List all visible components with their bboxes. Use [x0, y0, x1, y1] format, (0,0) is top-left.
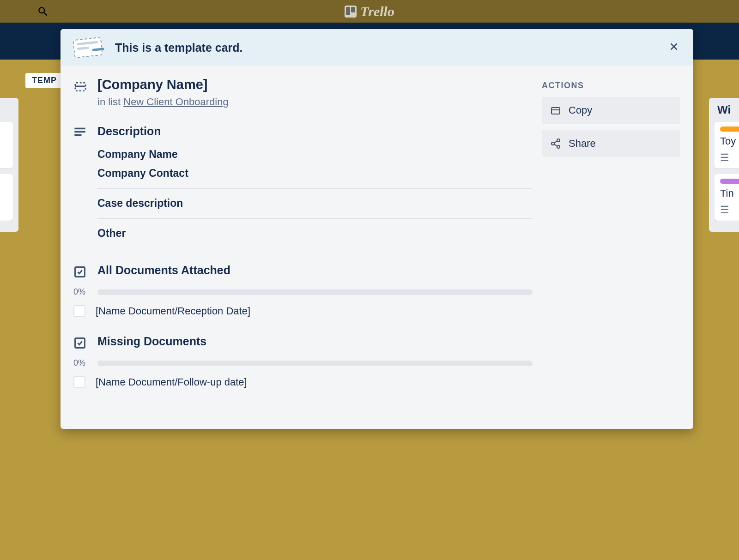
progress-percentage: 0% [73, 287, 91, 297]
checkbox[interactable] [73, 376, 85, 388]
svg-point-11 [557, 145, 560, 148]
actions-heading: ACTIONS [542, 81, 680, 90]
svg-line-13 [554, 144, 557, 146]
template-card-icon [73, 37, 103, 58]
card-title: Toy [720, 135, 739, 147]
svg-rect-7 [551, 108, 560, 114]
progress-percentage: 0% [73, 358, 91, 368]
board-list: Wi Toy ☰ Tin ☰ [709, 98, 739, 232]
description-title: Description [97, 125, 533, 138]
card-title[interactable]: [Company Name] [97, 77, 533, 92]
desc-other: Other [97, 227, 533, 240]
copy-button[interactable]: Copy [542, 97, 680, 124]
close-button[interactable] [665, 37, 683, 56]
svg-line-12 [554, 141, 557, 143]
card-list-info: in list New Client Onboarding [97, 96, 533, 108]
checklist-section: All Documents Attached 0% [Name Document… [73, 264, 533, 317]
card-label-purple [720, 179, 739, 184]
card-header: [Company Name] in list New Client Onboar… [73, 77, 533, 108]
trello-glyph-icon [345, 6, 357, 18]
checklist-item[interactable]: [Name Document/Follow-up date] [73, 376, 533, 388]
checklist-item[interactable]: [Name Document/Reception Date] [73, 305, 533, 317]
card-title: Huds [0, 187, 7, 199]
divider [97, 188, 533, 189]
description-icon: ☰ [720, 204, 739, 216]
copy-icon [550, 105, 561, 116]
card-list-link[interactable]: New Client Onboarding [123, 96, 228, 108]
list-title[interactable]: Wi [715, 103, 739, 116]
description-icon: ☰ [0, 152, 7, 164]
card-title-icon [73, 77, 88, 108]
checklist-title[interactable]: Missing Documents [97, 335, 533, 348]
checklist-progress: 0% [97, 287, 533, 297]
checklist-item-label: [Name Document/Reception Date] [96, 305, 250, 317]
close-icon [668, 41, 680, 53]
svg-point-9 [557, 139, 560, 142]
search-icon [37, 6, 49, 18]
template-board-badge[interactable]: TEMP [25, 73, 63, 88]
card-label-orange [720, 126, 739, 132]
checklist-section: Missing Documents 0% [Name Document/Foll… [73, 335, 533, 388]
svg-point-10 [551, 142, 554, 145]
card-title: Shiel [0, 135, 7, 147]
board-card[interactable]: Shiel ☰ [0, 122, 13, 169]
svg-rect-4 [74, 134, 81, 136]
desc-case-description: Case description [97, 197, 533, 210]
desc-company-contact: Company Contact [97, 167, 533, 180]
template-banner-text: This is a template card. [115, 41, 243, 54]
board-header: Trello [0, 0, 739, 23]
share-button[interactable]: Share [542, 130, 680, 157]
copy-label: Copy [569, 104, 592, 116]
divider [97, 218, 533, 219]
description-body[interactable]: Company Name Company Contact Case descri… [97, 148, 533, 240]
checklist-progress: 0% [97, 358, 533, 368]
desc-company-name: Company Name [97, 148, 533, 161]
list-title[interactable]: Attor [0, 103, 13, 116]
progress-bar [97, 361, 533, 366]
app-name: Trello [360, 4, 394, 19]
card-title: Tin [720, 187, 739, 199]
progress-bar [97, 289, 533, 295]
board-card[interactable]: Toy ☰ [715, 122, 739, 169]
card-modal: This is a template card. [Company Name] … [61, 29, 693, 429]
checklist-title[interactable]: All Documents Attached [97, 264, 533, 277]
board-list: Attor Shiel ☰ Huds ☰ [0, 98, 18, 232]
template-banner: This is a template card. [61, 29, 693, 66]
svg-rect-2 [74, 128, 85, 130]
share-label: Share [569, 138, 596, 150]
search-button[interactable] [37, 0, 129, 23]
description-section: Description Company Name Company Contact… [73, 125, 533, 246]
checkbox[interactable] [73, 305, 85, 317]
board-card[interactable]: Tin ☰ [715, 174, 739, 221]
share-icon [550, 138, 561, 149]
description-icon: ☰ [0, 204, 7, 216]
svg-rect-3 [74, 131, 85, 133]
app-logo[interactable]: Trello [345, 4, 394, 19]
board-card[interactable]: Huds ☰ [0, 174, 13, 221]
list-prefix: in list [97, 96, 123, 108]
checklist-item-label: [Name Document/Follow-up date] [96, 376, 247, 388]
description-icon: ☰ [720, 152, 739, 164]
description-icon [73, 125, 88, 246]
